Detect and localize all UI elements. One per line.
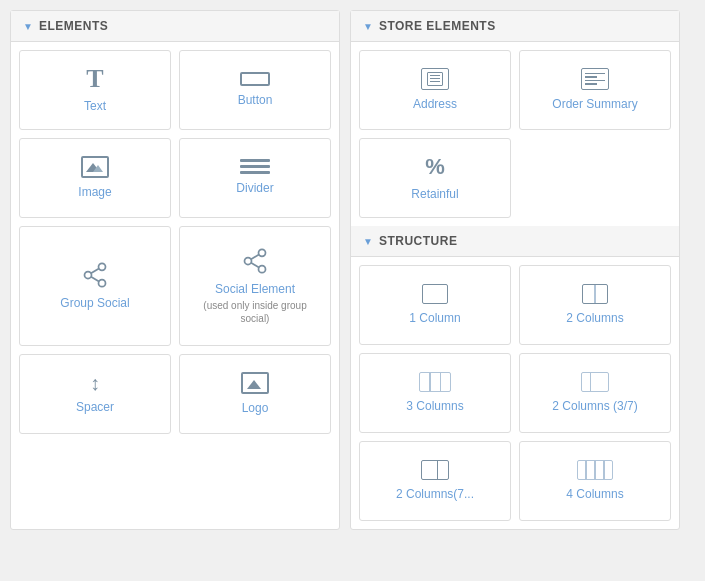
2col-37-icon bbox=[581, 372, 609, 392]
percent-icon: % bbox=[425, 154, 445, 180]
element-group-social[interactable]: Group Social bbox=[19, 226, 171, 346]
share-svg bbox=[241, 247, 269, 275]
svg-point-1 bbox=[85, 271, 92, 278]
element-retainful-label: Retainful bbox=[411, 186, 458, 203]
svg-point-5 bbox=[259, 249, 266, 256]
group-social-share-icon bbox=[81, 261, 109, 289]
1col-icon bbox=[422, 284, 448, 304]
element-4-columns-label: 4 Columns bbox=[566, 486, 623, 503]
elements-title: ELEMENTS bbox=[39, 19, 108, 33]
store-elements-grid: Address Order Summary % bbox=[351, 42, 679, 226]
svg-point-2 bbox=[99, 279, 106, 286]
element-2-columns-37-label: 2 Columns (3/7) bbox=[552, 398, 637, 415]
element-2-columns[interactable]: 2 Columns bbox=[519, 265, 671, 345]
logo-icon bbox=[241, 372, 269, 394]
svg-point-6 bbox=[245, 257, 252, 264]
element-divider[interactable]: Divider bbox=[179, 138, 331, 218]
element-button-label: Button bbox=[238, 92, 273, 109]
elements-grid: T Text Button Image bbox=[11, 42, 339, 442]
svg-point-7 bbox=[259, 265, 266, 272]
button-icon bbox=[240, 72, 270, 86]
structure-grid: 1 Column 2 Columns bbox=[351, 257, 679, 529]
element-social-element[interactable]: Social Element (used only inside group s… bbox=[179, 226, 331, 346]
svg-line-3 bbox=[91, 276, 99, 281]
3col-icon bbox=[419, 372, 451, 392]
right-panel: ▼ STORE ELEMENTS Address bbox=[350, 10, 680, 530]
spacer-icon: ↕ bbox=[90, 373, 100, 393]
structure-header: ▼ STRUCTURE bbox=[351, 226, 679, 257]
store-elements-title: STORE ELEMENTS bbox=[379, 19, 496, 33]
element-address[interactable]: Address bbox=[359, 50, 511, 130]
store-arrow-icon: ▼ bbox=[363, 21, 373, 32]
svg-line-9 bbox=[251, 254, 259, 259]
element-divider-label: Divider bbox=[236, 180, 273, 197]
element-2-columns-7[interactable]: 2 Columns(7... bbox=[359, 441, 511, 521]
element-2-columns-7-label: 2 Columns(7... bbox=[396, 486, 474, 503]
element-image-label: Image bbox=[78, 184, 111, 201]
image-icon bbox=[81, 156, 109, 178]
element-address-label: Address bbox=[413, 96, 457, 113]
element-3-columns[interactable]: 3 Columns bbox=[359, 353, 511, 433]
element-2-columns-label: 2 Columns bbox=[566, 310, 623, 327]
element-text[interactable]: T Text bbox=[19, 50, 171, 130]
element-group-social-label: Group Social bbox=[60, 295, 129, 312]
order-summary-icon bbox=[581, 68, 609, 90]
text-icon: T bbox=[86, 66, 103, 92]
element-1-column[interactable]: 1 Column bbox=[359, 265, 511, 345]
element-2-columns-37[interactable]: 2 Columns (3/7) bbox=[519, 353, 671, 433]
structure-title: STRUCTURE bbox=[379, 234, 458, 248]
element-logo-label: Logo bbox=[242, 400, 269, 417]
elements-panel: ▼ ELEMENTS T Text Button bbox=[10, 10, 340, 530]
element-text-label: Text bbox=[84, 98, 106, 115]
element-4-columns[interactable]: 4 Columns bbox=[519, 441, 671, 521]
store-elements-header: ▼ STORE ELEMENTS bbox=[351, 11, 679, 42]
element-order-summary[interactable]: Order Summary bbox=[519, 50, 671, 130]
svg-line-4 bbox=[91, 268, 99, 273]
element-image[interactable]: Image bbox=[19, 138, 171, 218]
elements-header: ▼ ELEMENTS bbox=[11, 11, 339, 42]
svg-line-8 bbox=[251, 262, 259, 267]
element-retainful[interactable]: % Retainful bbox=[359, 138, 511, 218]
element-spacer-label: Spacer bbox=[76, 399, 114, 416]
element-button[interactable]: Button bbox=[179, 50, 331, 130]
element-spacer[interactable]: ↕ Spacer bbox=[19, 354, 171, 434]
social-element-share-icon bbox=[241, 247, 269, 275]
2col-icon bbox=[582, 284, 608, 304]
4col-icon bbox=[577, 460, 613, 480]
element-social-element-label: Social Element bbox=[215, 281, 295, 298]
element-1-column-label: 1 Column bbox=[409, 310, 460, 327]
address-icon bbox=[421, 68, 449, 90]
svg-point-0 bbox=[99, 263, 106, 270]
element-order-summary-label: Order Summary bbox=[552, 96, 637, 113]
elements-arrow-icon: ▼ bbox=[23, 21, 33, 32]
element-3-columns-label: 3 Columns bbox=[406, 398, 463, 415]
structure-arrow-icon: ▼ bbox=[363, 236, 373, 247]
element-logo[interactable]: Logo bbox=[179, 354, 331, 434]
element-social-element-sublabel: (used only inside group social) bbox=[188, 299, 322, 325]
main-container: ▼ ELEMENTS T Text Button bbox=[0, 0, 705, 540]
2col-7-icon bbox=[421, 460, 449, 480]
divider-icon bbox=[240, 159, 270, 174]
